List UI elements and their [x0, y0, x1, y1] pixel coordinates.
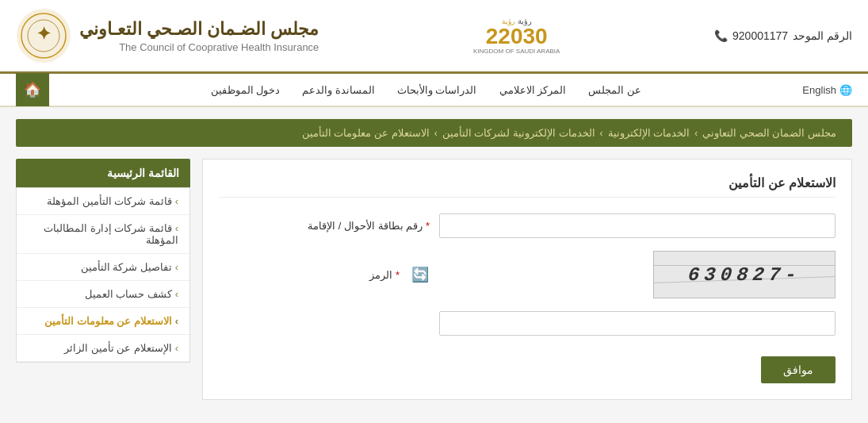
vision-logo: رؤية رؤية 22030 KINGDOM OF SAUDI ARABIA	[473, 17, 560, 55]
main-content: الاستعلام عن التأمين * رقم بطاقة الأحوال…	[0, 147, 868, 412]
logo-title-ar: مجلس الضـمان الصـحي التعـاوني	[79, 18, 319, 41]
vision-sub: KINGDOM OF SAUDI ARABIA	[473, 48, 560, 55]
id-input[interactable]	[439, 213, 835, 238]
sidebar-item-5: الإستعلام عن تأمين الزائر	[17, 335, 189, 362]
phone-section: 📞 920001177 الرقم الموحد	[714, 29, 852, 42]
nav-media[interactable]: المركز الاعلامي	[488, 76, 578, 104]
breadcrumb-item-1[interactable]: مجلس الضمان الصحي التعاوني	[702, 127, 836, 139]
header-logo: مجلس الضـمان الصـحي التعـاوني The Counci…	[16, 8, 319, 63]
captcha-image: -630827	[653, 251, 835, 298]
sidebar-link-4[interactable]: الاستعلام عن معلومات التأمين	[17, 308, 189, 334]
captcha-input-row	[219, 311, 835, 336]
sidebar-menu: قائمة شركات التأمين المؤهلة قائمة شركات …	[16, 187, 190, 363]
sidebar-item-2: تفاصيل شركة التأمين	[17, 254, 189, 281]
home-button[interactable]: 🏠	[16, 73, 49, 106]
sidebar-link-5[interactable]: الإستعلام عن تأمين الزائر	[17, 335, 189, 361]
sidebar-item-4: الاستعلام عن معلومات التأمين	[17, 308, 189, 335]
nav-support[interactable]: المساندة والدعم	[291, 76, 386, 104]
id-label: * رقم بطاقة الأحوال / الإقامة	[304, 220, 431, 232]
lang-label: English	[802, 84, 836, 96]
sidebar-link-2[interactable]: تفاصيل شركة التأمين	[17, 254, 189, 280]
header: 📞 920001177 الرقم الموحد رؤية رؤية 22030…	[0, 0, 868, 74]
captcha-row: -630827 🔄 * الرمز	[219, 251, 835, 298]
captcha-refresh-button[interactable]: 🔄	[409, 263, 431, 286]
id-field-row: * رقم بطاقة الأحوال / الإقامة	[219, 213, 835, 238]
captcha-text: -630827	[686, 264, 801, 286]
sidebar-link-0[interactable]: قائمة شركات التأمين المؤهلة	[17, 188, 189, 214]
sidebar-title: القائمة الرئيسية	[16, 159, 190, 187]
nav-employee-login[interactable]: دخول الموظفين	[200, 76, 292, 104]
breadcrumb-item-3[interactable]: الخدمات الإلكترونية لشركات التأمين	[442, 127, 595, 139]
captcha-label: * الرمز	[274, 269, 401, 281]
breadcrumb-item-2[interactable]: الخدمات الإلكترونية	[608, 127, 690, 139]
svg-text:✦: ✦	[36, 24, 51, 44]
sidebar-link-3[interactable]: كشف حساب العميل	[17, 281, 189, 307]
submit-row: موافق	[219, 348, 835, 383]
main-nav: عن المجلس المركز الاعلامي الدراسات والأب…	[200, 76, 652, 104]
form-title: الاستعلام عن التأمين	[219, 175, 835, 198]
sidebar-item-3: كشف حساب العميل	[17, 281, 189, 308]
nav-bar: 🌐 English عن المجلس المركز الاعلامي الدر…	[0, 74, 868, 107]
submit-button[interactable]: موافق	[761, 356, 835, 383]
sidebar-item-0: قائمة شركات التأمين المؤهلة	[17, 188, 189, 215]
emblem-icon: ✦	[16, 8, 71, 63]
nav-research[interactable]: الدراسات والأبحاث	[386, 76, 488, 104]
globe-icon: 🌐	[839, 84, 852, 96]
phone-label: الرقم الموحد	[793, 29, 852, 42]
breadcrumb: مجلس الضمان الصحي التعاوني › الخدمات الإ…	[16, 119, 852, 147]
home-icon: 🏠	[24, 81, 41, 98]
sidebar-item-1: قائمة شركات إدارة المطالبات المؤهلة	[17, 215, 189, 254]
captcha-input[interactable]	[439, 311, 835, 336]
sidebar: القائمة الرئيسية قائمة شركات التأمين الم…	[16, 159, 190, 400]
form-area: الاستعلام عن التأمين * رقم بطاقة الأحوال…	[202, 159, 852, 400]
phone-icon: 📞	[714, 29, 728, 42]
vision-2030: 22030	[486, 25, 548, 48]
sidebar-link-1[interactable]: قائمة شركات إدارة المطالبات المؤهلة	[17, 215, 189, 253]
phone-number: 920001177	[732, 29, 788, 42]
language-switcher[interactable]: 🌐 English	[802, 84, 852, 96]
breadcrumb-item-4[interactable]: الاستعلام عن معلومات التأمين	[302, 127, 430, 139]
logo-title-en: The Council of Cooprative Health Insuran…	[79, 41, 319, 53]
nav-about[interactable]: عن المجلس	[577, 76, 652, 104]
